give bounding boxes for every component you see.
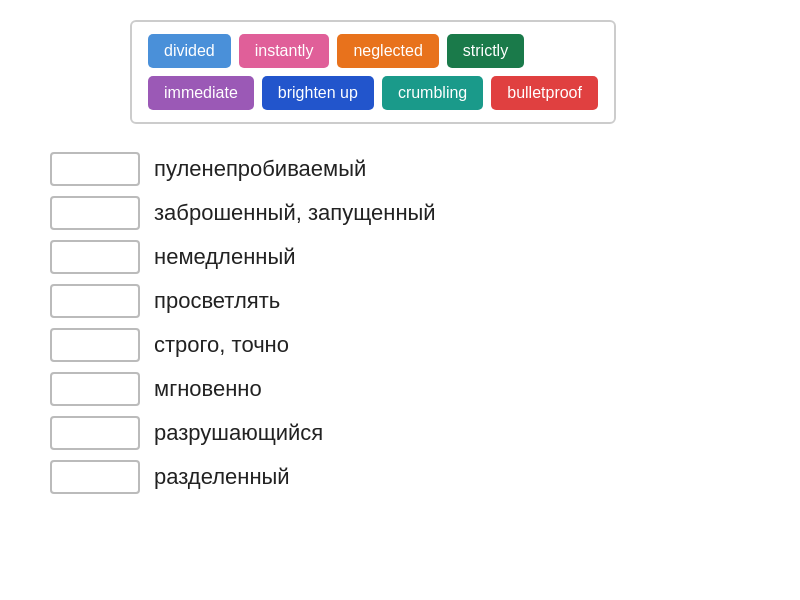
answer-box-7[interactable] [50,416,140,450]
match-row-6: мгновенно [50,372,770,406]
word-chip-instantly[interactable]: instantly [239,34,330,68]
answer-box-1[interactable] [50,152,140,186]
answer-box-6[interactable] [50,372,140,406]
word-chip-brighten-up[interactable]: brighten up [262,76,374,110]
word-chip-strictly[interactable]: strictly [447,34,524,68]
definition-2: заброшенный, запущенный [154,200,436,226]
definition-6: мгновенно [154,376,262,402]
definition-1: пуленепробиваемый [154,156,366,182]
match-row-2: заброшенный, запущенный [50,196,770,230]
answer-box-5[interactable] [50,328,140,362]
match-row-3: немедленный [50,240,770,274]
match-row-8: разделенный [50,460,770,494]
answer-box-8[interactable] [50,460,140,494]
word-bank-row-1: dividedinstantlyneglectedstrictly [148,34,598,68]
word-bank: dividedinstantlyneglectedstrictly immedi… [130,20,616,124]
match-list: пуленепробиваемыйзаброшенный, запущенный… [30,152,770,494]
word-chip-immediate[interactable]: immediate [148,76,254,110]
definition-4: просветлять [154,288,280,314]
match-row-4: просветлять [50,284,770,318]
answer-box-3[interactable] [50,240,140,274]
match-row-5: строго, точно [50,328,770,362]
answer-box-2[interactable] [50,196,140,230]
word-chip-bulletproof[interactable]: bulletproof [491,76,598,110]
word-chip-divided[interactable]: divided [148,34,231,68]
word-chip-neglected[interactable]: neglected [337,34,438,68]
match-row-1: пуленепробиваемый [50,152,770,186]
definition-8: разделенный [154,464,290,490]
word-bank-row-2: immediatebrighten upcrumblingbulletproof [148,76,598,110]
word-chip-crumbling[interactable]: crumbling [382,76,483,110]
definition-7: разрушающийся [154,420,323,446]
definition-5: строго, точно [154,332,289,358]
definition-3: немедленный [154,244,296,270]
match-row-7: разрушающийся [50,416,770,450]
answer-box-4[interactable] [50,284,140,318]
